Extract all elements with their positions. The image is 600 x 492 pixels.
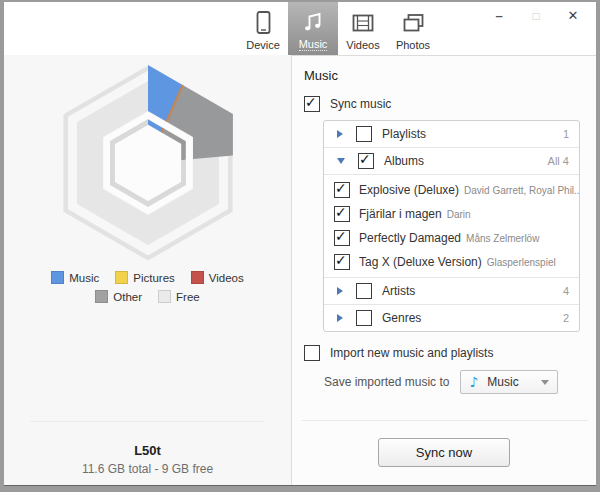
maximize-icon: □ xyxy=(529,8,543,24)
film-icon xyxy=(350,9,376,37)
nav-tabs: Device Music xyxy=(238,2,438,55)
album-artist: Darin xyxy=(447,209,471,220)
sync-music-row[interactable]: Sync music xyxy=(304,96,391,112)
collapse-arrow-icon[interactable] xyxy=(337,158,345,164)
albums-checkbox[interactable] xyxy=(358,153,374,169)
save-imported-label: Save imported music to xyxy=(324,375,449,389)
import-music-checkbox[interactable] xyxy=(304,345,320,361)
album-row[interactable]: Fjärilar i magen Darin xyxy=(324,202,579,226)
save-imported-row: Save imported music to ♪ Music xyxy=(324,370,558,394)
album-checkbox[interactable] xyxy=(334,254,350,270)
music-library-list: Playlists 1 Albums All 4 Explosive (Delu… xyxy=(323,120,580,332)
page-title: Music xyxy=(304,68,338,83)
expand-arrow-icon[interactable] xyxy=(337,287,343,295)
legend-label: Pictures xyxy=(133,272,175,284)
hexagon-storage-chart xyxy=(48,63,248,263)
legend-label: Free xyxy=(176,291,200,303)
music-sync-panel: Music Sync music Playlists 1 Albums All … xyxy=(291,55,596,486)
tab-device-label: Device xyxy=(246,39,280,51)
left-panel-divider xyxy=(30,421,265,422)
sync-now-button[interactable]: Sync now xyxy=(378,438,510,467)
album-title: Perfectly Damaged xyxy=(359,231,461,245)
window-controls: – □ ✕ xyxy=(492,8,580,24)
device-storage-summary: 11.6 GB total - 9 GB free xyxy=(4,462,291,476)
group-row-playlists[interactable]: Playlists 1 xyxy=(324,121,579,147)
album-checkbox[interactable] xyxy=(334,182,350,198)
import-music-label: Import new music and playlists xyxy=(330,346,493,360)
genres-checkbox[interactable] xyxy=(356,310,372,326)
storage-legend: Music Pictures Videos Other xyxy=(4,271,291,309)
music-note-icon: ♪ xyxy=(469,374,478,390)
album-checkbox[interactable] xyxy=(334,230,350,246)
import-music-row[interactable]: Import new music and playlists xyxy=(304,345,493,361)
group-label: Artists xyxy=(382,284,415,298)
device-name: L50t xyxy=(4,443,291,458)
music-swatch xyxy=(51,271,64,284)
smartphone-icon xyxy=(250,9,276,37)
sync-music-label: Sync music xyxy=(330,97,391,111)
tab-videos-label: Videos xyxy=(346,39,379,51)
tab-photos[interactable]: Photos xyxy=(388,2,438,55)
album-artist: Måns Zelmerlöw xyxy=(466,233,539,244)
close-icon[interactable]: ✕ xyxy=(566,8,580,24)
group-label: Playlists xyxy=(382,127,426,141)
group-row-genres[interactable]: Genres 2 xyxy=(324,304,579,331)
album-artist: Glasperlenspiel xyxy=(487,257,556,268)
group-count: 4 xyxy=(563,285,569,297)
legend-item-free: Free xyxy=(158,290,200,303)
tab-photos-label: Photos xyxy=(396,39,430,51)
app-window: Device Music xyxy=(0,0,600,492)
music-note-icon xyxy=(300,8,326,36)
other-swatch xyxy=(95,290,108,303)
pictures-swatch xyxy=(115,271,128,284)
legend-item-other: Other xyxy=(95,290,142,303)
titlebar: Device Music xyxy=(4,2,596,55)
group-row-artists[interactable]: Artists 4 xyxy=(324,277,579,304)
album-title: Fjärilar i magen xyxy=(359,207,442,221)
album-row[interactable]: Explosive (Deluxe) David Garrett, Royal … xyxy=(324,178,579,202)
album-title: Tag X (Deluxe Version) xyxy=(359,255,482,269)
free-swatch xyxy=(158,290,171,303)
group-count: All 4 xyxy=(548,155,569,167)
group-label: Albums xyxy=(384,154,424,168)
group-row-albums[interactable]: Albums All 4 xyxy=(324,147,579,174)
save-location-value: Music xyxy=(487,375,518,389)
photos-icon xyxy=(400,9,426,37)
device-info: L50t 11.6 GB total - 9 GB free xyxy=(4,443,291,476)
playlists-checkbox[interactable] xyxy=(356,126,372,142)
expand-arrow-icon[interactable] xyxy=(337,314,343,322)
device-panel: Music Pictures Videos Other xyxy=(4,55,291,486)
videos-swatch xyxy=(191,271,204,284)
artists-checkbox[interactable] xyxy=(356,283,372,299)
album-list: Explosive (Deluxe) David Garrett, Royal … xyxy=(324,174,579,277)
save-location-dropdown[interactable]: ♪ Music xyxy=(460,370,558,394)
album-artist: David Garrett, Royal Phil... xyxy=(464,185,580,196)
tab-music[interactable]: Music xyxy=(288,2,338,55)
album-checkbox[interactable] xyxy=(334,206,350,222)
legend-label: Music xyxy=(69,272,99,284)
legend-label: Other xyxy=(113,291,142,303)
expand-arrow-icon[interactable] xyxy=(337,130,343,138)
legend-label: Videos xyxy=(209,272,244,284)
tab-videos[interactable]: Videos xyxy=(338,2,388,55)
tab-device[interactable]: Device xyxy=(238,2,288,55)
tab-music-label: Music xyxy=(299,38,328,51)
album-row[interactable]: Perfectly Damaged Måns Zelmerlöw xyxy=(324,226,579,250)
legend-item-videos: Videos xyxy=(191,271,244,284)
album-row[interactable]: Tag X (Deluxe Version) Glasperlenspiel xyxy=(324,250,579,274)
legend-item-pictures: Pictures xyxy=(115,271,175,284)
sync-music-checkbox[interactable] xyxy=(304,96,320,112)
group-count: 1 xyxy=(563,128,569,140)
group-label: Genres xyxy=(382,311,421,325)
group-count: 2 xyxy=(563,312,569,324)
legend-item-music: Music xyxy=(51,271,99,284)
album-title: Explosive (Deluxe) xyxy=(359,183,459,197)
right-panel-divider xyxy=(302,420,588,421)
minimize-icon[interactable]: – xyxy=(492,8,506,24)
chevron-down-icon xyxy=(541,380,549,385)
